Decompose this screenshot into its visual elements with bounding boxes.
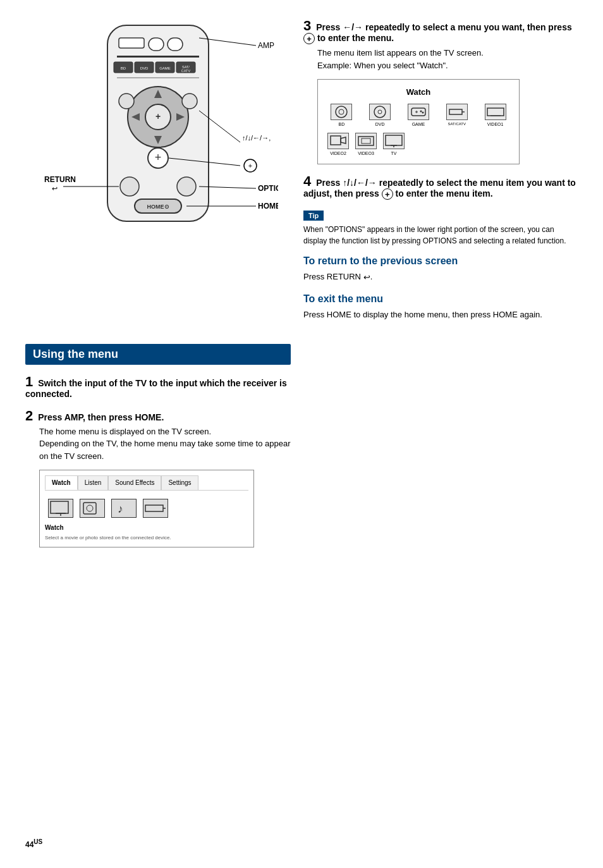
- watch-icon-video1: [485, 104, 506, 120]
- step-1-number: 1: [25, 374, 33, 389]
- step-4: 4 Press ↑/↓/←/→ repeatedly to select the…: [303, 174, 578, 200]
- svg-point-27: [177, 177, 196, 196]
- watch-icon-game: [408, 104, 429, 120]
- sub-section-exit: To exit the menu Press HOME to display t…: [303, 293, 578, 321]
- step-3-body: The menu item list appears on the TV scr…: [317, 47, 578, 164]
- watch-item-satcatv-label: SAT/CATV: [448, 121, 466, 127]
- svg-point-51: [422, 111, 423, 113]
- top-section: BD DVD GAME SAT/ CATV +: [25, 19, 578, 331]
- page: BD DVD GAME SAT/ CATV +: [0, 0, 603, 868]
- svg-text:↩: ↩: [52, 185, 58, 192]
- watch-item-video1: VIDEO1: [478, 104, 513, 128]
- svg-rect-59: [362, 138, 370, 144]
- screen-item-tv: [48, 499, 73, 518]
- svg-point-46: [378, 110, 382, 114]
- step-4-header: 4 Press ↑/↓/←/→ repeatedly to select the…: [303, 174, 578, 200]
- watch-item-tv: TV: [383, 133, 405, 157]
- return-section-title: To return to the previous screen: [303, 255, 578, 267]
- screen-tab-soundeffects: Sound Effects: [108, 475, 161, 490]
- svg-text:OPTIONS: OPTIONS: [258, 184, 278, 193]
- svg-rect-52: [449, 109, 462, 114]
- screen-tab-watch: Watch: [45, 475, 78, 490]
- watch-item-satcatv: SAT/CATV: [439, 104, 474, 128]
- svg-rect-3: [168, 38, 183, 51]
- watch-item-dvd: DVD: [363, 104, 398, 128]
- svg-rect-4: [117, 56, 199, 58]
- amp-label: AMP: [258, 41, 274, 50]
- section-header: Using the menu: [25, 344, 291, 365]
- right-column: 3 Press ←/→ repeatedly to select a menu …: [303, 19, 578, 331]
- page-locale: US: [34, 838, 42, 845]
- watch-item-video2: VIDEO2: [327, 133, 349, 157]
- step-4-title: Press ↑/↓/←/→ repeatedly to select the m…: [303, 178, 576, 199]
- svg-text:CATV: CATV: [181, 69, 191, 73]
- step-3-line1: The menu item list appears on the TV scr…: [317, 47, 578, 59]
- step-2-line2: Depending on the TV, the home menu may t…: [39, 437, 291, 462]
- screen-item-music: [80, 499, 105, 518]
- remote-svg: BD DVD GAME SAT/ CATV +: [38, 19, 278, 234]
- step-2-body: The home menu is displayed on the TV scr…: [39, 425, 291, 548]
- exit-section-title: To exit the menu: [303, 293, 578, 305]
- watch-icon-satcatv: [446, 104, 468, 120]
- step-2: 2 Press AMP, then press HOME. The home m…: [25, 409, 291, 548]
- svg-rect-58: [358, 137, 374, 145]
- step-2-line1: The home menu is displayed on the TV scr…: [39, 425, 291, 438]
- watch-icon-bd: [331, 104, 352, 120]
- step-2-number: 2: [25, 408, 33, 424]
- left-column: BD DVD GAME SAT/ CATV +: [25, 19, 291, 331]
- watch-icon-tv: [383, 133, 405, 149]
- step-3: 3 Press ←/→ repeatedly to select a menu …: [303, 19, 578, 164]
- svg-rect-14: [117, 77, 199, 78]
- svg-text:+: +: [155, 151, 162, 164]
- svg-rect-63: [51, 501, 68, 513]
- svg-rect-1: [119, 38, 144, 48]
- watch-icon-dvd: [369, 104, 391, 120]
- watch-icon-video3: [355, 133, 377, 149]
- content-left: Using the menu 1 Switch the input of the…: [25, 344, 291, 558]
- watch-item-dvd-label: DVD: [375, 121, 385, 128]
- step-2-title: Press AMP, then press HOME.: [38, 412, 164, 422]
- watch-item-game: GAME: [401, 104, 436, 128]
- screen-icon-music: [80, 499, 105, 518]
- svg-marker-57: [341, 137, 346, 144]
- watch-item-bd-label: BD: [339, 121, 345, 128]
- tip-box: Tip When "OPTIONS" appears in the lower …: [303, 210, 578, 247]
- step-1: 1 Switch the input of the TV to the inpu…: [25, 375, 291, 399]
- content-section: Using the menu 1 Switch the input of the…: [25, 344, 578, 558]
- plus-circle-3: +: [303, 33, 315, 44]
- screen-tabs: Watch Listen Sound Effects Settings: [45, 475, 248, 491]
- step-3-line2: Example: When you select "Watch".: [317, 59, 578, 72]
- watch-grid-row1: BD DVD: [324, 104, 513, 128]
- step-3-header: 3 Press ←/→ repeatedly to select a menu …: [303, 19, 578, 44]
- screen-tab-settings: Settings: [161, 475, 198, 490]
- plus-circle-4: +: [382, 188, 393, 200]
- screen-tab-listen: Listen: [78, 475, 109, 490]
- remote-diagram: BD DVD GAME SAT/ CATV +: [38, 19, 278, 234]
- step-2-header: 2 Press AMP, then press HOME.: [25, 409, 291, 423]
- svg-text:+: +: [155, 111, 161, 121]
- home-screen-mockup: Watch Listen Sound Effects Settings: [39, 470, 254, 547]
- page-footer: 44US: [25, 826, 578, 849]
- screen-subcaption: Select a movie or photo stored on the co…: [45, 534, 248, 542]
- svg-text:BD: BD: [121, 66, 126, 70]
- svg-point-26: [120, 177, 139, 196]
- svg-text:DVD: DVD: [140, 66, 149, 70]
- screen-item-note: ♪: [111, 499, 137, 518]
- svg-point-44: [339, 109, 344, 114]
- svg-rect-56: [331, 136, 341, 145]
- svg-rect-2: [149, 38, 164, 51]
- screen-icon-cable: [143, 499, 168, 518]
- svg-text:HOME: HOME: [258, 202, 278, 211]
- tip-header: Tip: [303, 211, 324, 221]
- watch-title: Watch: [324, 86, 513, 99]
- return-icon: ↩: [363, 271, 370, 284]
- watch-item-video3-label: VIDEO3: [358, 150, 374, 157]
- watch-screen-mockup: Watch BD: [317, 79, 520, 164]
- watch-item-video3: VIDEO3: [355, 133, 377, 157]
- screen-icon-note: ♪: [111, 499, 137, 518]
- svg-text:HOME⊙: HOME⊙: [147, 204, 169, 210]
- svg-point-50: [420, 110, 422, 112]
- watch-item-game-label: GAME: [412, 121, 425, 128]
- step-1-header: 1 Switch the input of the TV to the inpu…: [25, 375, 291, 399]
- step-4-number: 4: [303, 173, 311, 189]
